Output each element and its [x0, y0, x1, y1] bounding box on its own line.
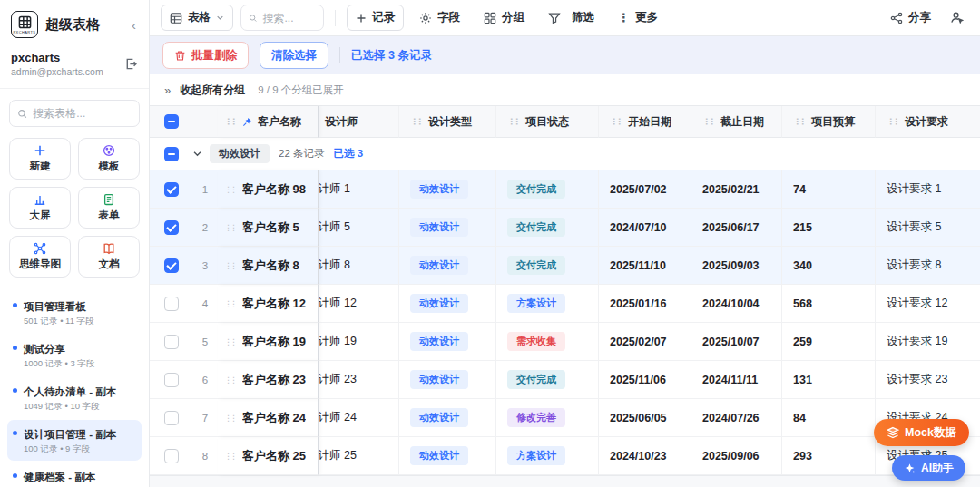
quick-action-template[interactable]: 模板 [78, 138, 140, 180]
clear-selection-button[interactable]: 清除选择 [260, 42, 328, 69]
client-name-cell[interactable]: ⋮⋮客户名称 98 [218, 170, 318, 209]
fields-button[interactable]: 字段 [411, 5, 468, 30]
requirement-cell[interactable]: 设计要求 12 [876, 285, 980, 323]
start-date-cell[interactable]: 2025/11/10 [599, 247, 691, 285]
budget-cell[interactable]: 215 [782, 209, 876, 247]
quick-action-new[interactable]: 新建 [9, 138, 71, 180]
start-date-cell[interactable]: 2025/07/02 [599, 170, 691, 209]
column-header-start-date[interactable]: ⋮⋮开始日期 [599, 106, 691, 138]
collapse-arrows-icon[interactable]: » [164, 83, 171, 97]
client-name-cell[interactable]: ⋮⋮客户名称 24 [218, 399, 318, 437]
column-header-designer[interactable]: ⋮⋮设计师 [318, 106, 399, 138]
sidebar-table-item[interactable]: 设计项目管理 - 副本100 记录 • 9 字段 [7, 420, 142, 461]
toolbar-search-input[interactable] [262, 12, 316, 24]
budget-cell[interactable]: 84 [782, 399, 876, 437]
budget-cell[interactable]: 74 [782, 170, 876, 209]
quick-action-doc[interactable]: 文档 [78, 236, 140, 278]
sidebar-table-item[interactable]: 健康档案 - 副本3 记录 • 9 字段 [7, 463, 142, 487]
logout-icon[interactable] [124, 57, 138, 71]
design-type-cell[interactable]: 动效设计 [399, 323, 496, 361]
end-date-cell[interactable]: 2024/07/26 [691, 399, 782, 437]
design-type-cell[interactable]: 动效设计 [399, 361, 496, 399]
start-date-cell[interactable]: 2024/10/23 [599, 437, 691, 475]
end-date-cell[interactable]: 2025/06/17 [691, 209, 782, 247]
sidebar-table-item[interactable]: 测试分享1000 记录 • 3 字段 [7, 335, 142, 375]
requirement-cell[interactable]: 设计要求 5 [876, 209, 980, 247]
column-header-budget[interactable]: ⋮⋮项目预算 [782, 106, 876, 138]
sidebar-search-input[interactable] [33, 107, 132, 120]
designer-cell[interactable]: 设计师 12 [318, 285, 399, 323]
budget-cell[interactable]: 293 [782, 437, 876, 475]
column-header-end-date[interactable]: ⋮⋮截止日期 [691, 106, 782, 138]
collapse-all-groups-button[interactable]: 收起所有分组 [180, 83, 245, 98]
designer-cell[interactable]: 设计师 1 [318, 170, 399, 209]
client-name-cell[interactable]: ⋮⋮客户名称 25 [218, 437, 318, 475]
status-cell[interactable]: 方案设计 [496, 285, 599, 323]
share-button[interactable]: 分享 [882, 5, 939, 30]
client-name-cell[interactable]: ⋮⋮客户名称 23 [218, 361, 318, 399]
status-cell[interactable]: 交付完成 [496, 247, 599, 285]
design-type-cell[interactable]: 动效设计 [399, 399, 496, 437]
quick-action-dashboard[interactable]: 大屏 [9, 187, 71, 229]
start-date-cell[interactable]: 2025/11/06 [599, 361, 691, 399]
budget-cell[interactable]: 340 [782, 247, 876, 285]
designer-cell[interactable]: 设计师 25 [318, 437, 399, 475]
status-cell[interactable]: 需求收集 [496, 323, 599, 361]
select-all-checkbox[interactable] [150, 106, 192, 138]
end-date-cell[interactable]: 2024/10/04 [691, 285, 782, 323]
designer-cell[interactable]: 设计师 5 [318, 209, 399, 247]
row-checkbox[interactable] [150, 323, 192, 361]
sidebar-table-item[interactable]: 个人待办清单 - 副本1049 记录 • 10 字段 [7, 377, 142, 418]
status-cell[interactable]: 修改完善 [496, 399, 599, 437]
ai-assistant-button[interactable]: AI助手 [892, 455, 965, 481]
design-type-cell[interactable]: 动效设计 [399, 247, 496, 285]
quick-action-form[interactable]: 表单 [78, 187, 140, 229]
designer-cell[interactable]: 设计师 19 [318, 323, 399, 361]
client-name-cell[interactable]: ⋮⋮客户名称 5 [218, 209, 318, 247]
status-cell[interactable]: 交付完成 [496, 361, 599, 399]
start-date-cell[interactable]: 2025/02/07 [599, 323, 691, 361]
status-cell[interactable]: 交付完成 [496, 170, 599, 209]
more-button[interactable]: ⋮ 更多 [610, 5, 666, 30]
row-checkbox[interactable] [150, 285, 192, 323]
chevron-down-icon[interactable] [192, 149, 202, 159]
add-record-button[interactable]: 记录 [347, 5, 404, 31]
column-header-client-name[interactable]: ⋮⋮ 客户名称 [218, 106, 318, 138]
start-date-cell[interactable]: 2025/01/16 [599, 285, 691, 323]
row-checkbox[interactable] [150, 170, 192, 209]
group-checkbox[interactable] [150, 147, 192, 161]
design-type-cell[interactable]: 动效设计 [399, 209, 496, 247]
end-date-cell[interactable]: 2025/10/07 [691, 323, 782, 361]
designer-cell[interactable]: 设计师 24 [318, 399, 399, 437]
quick-action-mindmap[interactable]: 思维导图 [9, 236, 71, 278]
status-cell[interactable]: 方案设计 [496, 437, 599, 475]
designer-cell[interactable]: 设计师 8 [318, 247, 399, 285]
row-checkbox[interactable] [150, 361, 192, 399]
bulk-delete-button[interactable]: 批量删除 [162, 42, 249, 69]
end-date-cell[interactable]: 2025/09/03 [691, 247, 782, 285]
design-type-cell[interactable]: 动效设计 [399, 170, 496, 209]
requirement-cell[interactable]: 设计要求 23 [876, 361, 980, 399]
collaborator-button[interactable] [946, 6, 967, 29]
start-date-cell[interactable]: 2024/07/10 [599, 209, 691, 247]
start-date-cell[interactable]: 2025/06/05 [599, 399, 691, 437]
column-header-requirement[interactable]: ⋮⋮设计要求 [876, 106, 980, 138]
designer-cell[interactable]: 设计师 23 [318, 361, 399, 399]
filter-button[interactable]: 筛选 [540, 5, 603, 30]
budget-cell[interactable]: 131 [782, 361, 876, 399]
view-switcher-button[interactable]: 表格 [161, 5, 233, 31]
client-name-cell[interactable]: ⋮⋮客户名称 19 [218, 323, 318, 361]
collapse-sidebar-button[interactable]: ‹ [128, 17, 140, 33]
design-type-cell[interactable]: 动效设计 [399, 437, 496, 475]
row-checkbox[interactable] [150, 437, 192, 475]
row-checkbox[interactable] [150, 247, 192, 285]
design-type-cell[interactable]: 动效设计 [399, 285, 496, 323]
status-cell[interactable]: 交付完成 [496, 209, 599, 247]
requirement-cell[interactable]: 设计要求 1 [876, 170, 980, 209]
end-date-cell[interactable]: 2024/11/11 [691, 361, 782, 399]
client-name-cell[interactable]: ⋮⋮客户名称 12 [218, 285, 318, 323]
requirement-cell[interactable]: 设计要求 19 [876, 323, 980, 361]
budget-cell[interactable]: 259 [782, 323, 876, 361]
sidebar-table-item[interactable]: 项目管理看板501 记录 • 11 字段 [7, 292, 142, 333]
requirement-cell[interactable]: 设计要求 8 [876, 247, 980, 285]
